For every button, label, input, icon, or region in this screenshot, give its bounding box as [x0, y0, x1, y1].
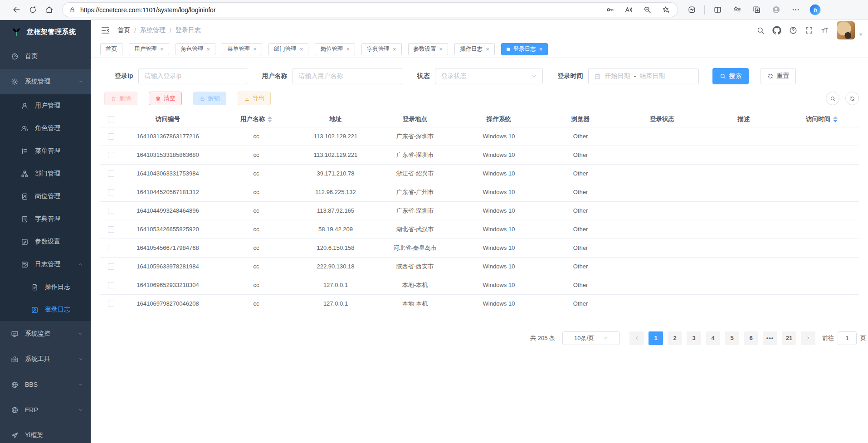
page-button-5[interactable]: 5 — [725, 331, 739, 345]
url-text[interactable]: https://ccnetcore.com:1101/system/log/lo… — [80, 6, 603, 14]
page-size-select[interactable]: 10条/页 — [562, 331, 620, 345]
logo[interactable]: 意框架管理系统 — [0, 20, 91, 44]
browser-menu-dots-icon[interactable] — [789, 2, 802, 18]
breadcrumb-system[interactable]: 系统管理 — [140, 26, 166, 34]
row-checkbox[interactable] — [108, 189, 114, 195]
sidebar-item-部门管理[interactable]: 部门管理 — [0, 162, 91, 185]
sidebar-item-参数设置[interactable]: 参数设置 — [0, 230, 91, 253]
sidebar-item-岗位管理[interactable]: 岗位管理 — [0, 185, 91, 208]
row-checkbox[interactable] — [108, 170, 114, 177]
filter-status-select[interactable]: 登录状态 — [435, 68, 543, 84]
sidebar-item-用户管理[interactable]: 用户管理 — [0, 94, 91, 117]
row-checkbox[interactable] — [108, 282, 114, 288]
sort-control[interactable] — [268, 116, 272, 122]
clear-button[interactable]: 清空 — [149, 92, 182, 105]
tab-菜单管理[interactable]: 菜单管理× — [222, 43, 262, 55]
tab-close-icon[interactable]: × — [253, 46, 257, 52]
sidebar-item-系统管理[interactable]: 系统管理 — [0, 69, 91, 94]
page-button-3[interactable]: 3 — [687, 331, 701, 345]
column-header-用户名称[interactable]: 用户名称 — [213, 112, 299, 127]
tab-close-icon[interactable]: × — [207, 46, 210, 52]
export-button[interactable]: 导出 — [238, 92, 271, 105]
sidebar-item-BBS[interactable]: BBS — [0, 372, 91, 397]
sidebar-collapse-icon[interactable] — [100, 25, 110, 35]
avatar-caret-icon[interactable] — [859, 34, 863, 36]
sidebar-item-登录日志[interactable]: 登录日志 — [0, 298, 91, 321]
pagination-ellipsis[interactable]: ••• — [763, 331, 777, 345]
row-checkbox[interactable] — [108, 133, 114, 140]
favorite-add-icon[interactable] — [658, 2, 673, 18]
sidebar-item-日志管理[interactable]: 日志管理 — [0, 253, 91, 276]
reset-button[interactable]: 重置 — [761, 68, 796, 84]
github-icon[interactable] — [772, 26, 781, 35]
tab-close-icon[interactable]: × — [393, 46, 396, 52]
row-checkbox[interactable] — [108, 208, 114, 214]
collections-icon[interactable] — [750, 2, 763, 18]
tab-登录日志[interactable]: 登录日志× — [501, 43, 548, 55]
browser-essentials-icon[interactable] — [685, 2, 698, 18]
sort-control[interactable] — [833, 116, 838, 122]
address-bar[interactable]: https://ccnetcore.com:1101/system/log/lo… — [63, 3, 678, 17]
tab-参数设置[interactable]: 参数设置× — [408, 43, 449, 55]
copilot-icon[interactable]: b — [808, 2, 822, 18]
avatar[interactable] — [837, 21, 855, 39]
zoom-out-icon[interactable] — [640, 2, 654, 18]
row-checkbox[interactable] — [108, 245, 114, 251]
search-button[interactable]: 搜索 — [712, 68, 749, 84]
browser-back-icon[interactable] — [8, 2, 24, 18]
header-search-icon[interactable] — [756, 26, 765, 34]
row-checkbox[interactable] — [108, 263, 114, 270]
tab-close-icon[interactable]: × — [300, 46, 303, 52]
sidebar-item-系统监控[interactable]: 系统监控 — [0, 321, 91, 346]
tab-close-icon[interactable]: × — [346, 46, 350, 52]
tab-用户管理[interactable]: 用户管理× — [129, 43, 169, 55]
sidebar-item-系统工具[interactable]: 系统工具 — [0, 346, 91, 372]
sidebar-item-ERP[interactable]: ERP — [0, 397, 91, 423]
goto-page-input[interactable] — [838, 331, 857, 345]
tab-首页[interactable]: 首页 — [100, 43, 122, 55]
sidebar-item-Yi框架[interactable]: Yi框架 — [0, 423, 91, 443]
tab-操作日志[interactable]: 操作日志× — [454, 43, 495, 55]
sidebar-item-首页[interactable]: 首页 — [0, 44, 91, 69]
help-icon[interactable] — [789, 26, 797, 34]
filter-ip-input[interactable]: 请输入登录Ip — [138, 68, 247, 84]
tab-字典管理[interactable]: 字典管理× — [361, 43, 402, 55]
table-search-toggle-button[interactable] — [826, 92, 839, 105]
sidebar-item-字典管理[interactable]: 字典管理 — [0, 208, 91, 230]
page-button-4[interactable]: 4 — [706, 331, 720, 345]
split-screen-icon[interactable] — [711, 2, 724, 18]
font-size-icon[interactable] — [821, 26, 829, 34]
tab-角色管理[interactable]: 角色管理× — [176, 43, 216, 55]
tab-部门管理[interactable]: 部门管理× — [268, 43, 309, 55]
page-button-1[interactable]: 1 — [649, 331, 663, 345]
tab-close-icon[interactable]: × — [486, 46, 489, 52]
browser-profile-icon[interactable] — [769, 2, 783, 18]
sidebar-item-操作日志[interactable]: 操作日志 — [0, 276, 91, 298]
table-refresh-button[interactable] — [845, 92, 859, 105]
page-button-6[interactable]: 6 — [744, 331, 758, 345]
tab-岗位管理[interactable]: 岗位管理× — [315, 43, 355, 55]
sidebar-item-菜单管理[interactable]: 菜单管理 — [0, 140, 91, 162]
sidebar-item-角色管理[interactable]: 角色管理 — [0, 117, 91, 140]
tab-close-icon[interactable]: × — [439, 46, 443, 52]
row-checkbox[interactable] — [108, 226, 114, 233]
page-button-2[interactable]: 2 — [668, 331, 682, 345]
tab-close-icon[interactable]: × — [160, 46, 164, 52]
filter-user-input[interactable]: 请输入用户名称 — [293, 68, 402, 84]
favorites-hub-icon[interactable] — [730, 2, 744, 18]
unlock-button[interactable]: 解锁 — [193, 92, 226, 105]
row-checkbox[interactable] — [108, 152, 114, 158]
select-all-checkbox[interactable] — [108, 116, 114, 122]
tab-close-icon[interactable]: × — [539, 46, 543, 52]
fullscreen-icon[interactable] — [805, 26, 813, 34]
password-key-icon[interactable] — [603, 2, 617, 18]
browser-refresh-icon[interactable] — [24, 2, 41, 18]
filter-daterange-input[interactable]: 开始日期 - 结束日期 — [588, 68, 699, 84]
prev-page-button[interactable] — [629, 331, 644, 345]
next-page-button[interactable] — [801, 331, 815, 345]
delete-button[interactable]: 删除 — [104, 92, 137, 105]
column-header-访问时间[interactable]: 访问时间 — [785, 112, 859, 127]
browser-home-icon[interactable] — [41, 2, 57, 18]
breadcrumb-home[interactable]: 首页 — [117, 26, 130, 34]
page-button-21[interactable]: 21 — [782, 331, 796, 345]
